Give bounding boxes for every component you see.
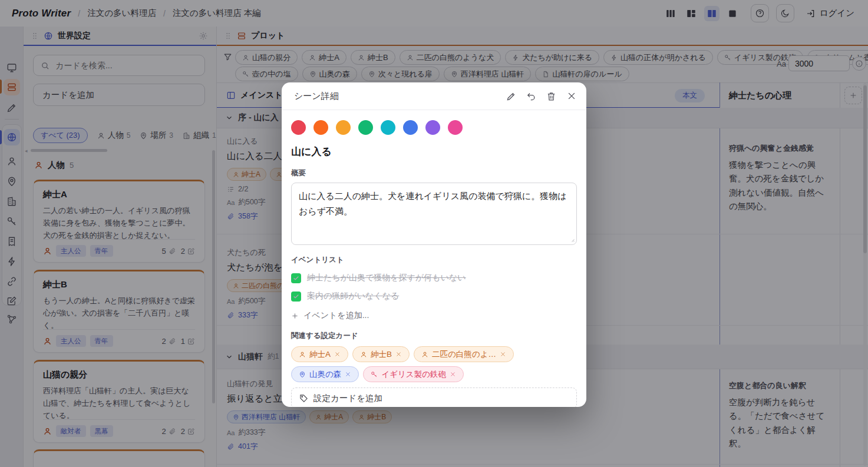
- color-swatch-green[interactable]: [358, 120, 373, 135]
- person-icon: [299, 351, 306, 358]
- remove-chip-icon[interactable]: [500, 351, 506, 357]
- color-swatch-teal[interactable]: [381, 120, 395, 135]
- color-swatch-amber[interactable]: [336, 120, 351, 135]
- related-chip-dogs[interactable]: 二匹の白熊のよ…: [414, 346, 514, 362]
- related-chip-gentleman-b[interactable]: 紳士B: [352, 346, 410, 362]
- modal-actions: [506, 91, 577, 101]
- remove-chip-icon[interactable]: [395, 351, 402, 357]
- resize-grip-icon[interactable]: [568, 236, 575, 243]
- color-swatch-orange[interactable]: [313, 120, 328, 135]
- events-label: イベントリスト: [291, 255, 577, 265]
- person-icon: [360, 351, 367, 358]
- add-event-button[interactable]: イベントを追加...: [291, 310, 577, 321]
- modal-header: シーン詳細: [282, 82, 586, 110]
- key-icon: [371, 371, 378, 378]
- edit-pencil-icon[interactable]: [506, 91, 516, 101]
- modal-body: 山に入る 概要 山に入る二人の紳士。犬を連れイギリス風の装備で狩猟に。獲物はおら…: [282, 110, 586, 407]
- summary-field-wrap: 山に入る二人の紳士。犬を連れイギリス風の装備で狩猟に。獲物はおらず不満。: [291, 183, 577, 245]
- person-icon: [421, 351, 428, 358]
- checked-checkbox[interactable]: [291, 292, 301, 302]
- checked-checkbox[interactable]: [291, 273, 301, 283]
- check-icon: [293, 275, 299, 281]
- modal-title: シーン詳細: [294, 91, 339, 102]
- plus-icon: [291, 312, 299, 320]
- event-item[interactable]: 案内の猟師がいなくなる: [291, 291, 577, 302]
- check-icon: [293, 293, 299, 300]
- remove-chip-icon[interactable]: [450, 371, 456, 377]
- scene-detail-modal: シーン詳細 山に入る 概要 山に入る二人の紳士。犬を連: [282, 82, 586, 407]
- related-card-chips: 紳士A 紳士B 二匹の白熊のよ… 山奥の森 イギリス製の鉄砲: [291, 346, 577, 382]
- related-chip-forest[interactable]: 山奥の森: [291, 366, 359, 382]
- remove-chip-icon[interactable]: [334, 351, 341, 357]
- color-swatch-pink[interactable]: [448, 120, 463, 135]
- close-icon[interactable]: [566, 91, 577, 101]
- tag-icon: [299, 394, 308, 403]
- summary-textarea[interactable]: 山に入る二人の紳士。犬を連れイギリス風の装備で狩猟に。獲物はおらず不満。: [291, 183, 577, 245]
- pin-icon: [299, 371, 306, 378]
- color-swatch-red[interactable]: [291, 120, 306, 135]
- scene-color-picker: [291, 120, 577, 135]
- summary-label: 概要: [291, 168, 577, 178]
- related-cards-label: 関連する設定カード: [291, 331, 577, 341]
- trash-icon[interactable]: [546, 91, 556, 101]
- remove-chip-icon[interactable]: [345, 371, 351, 377]
- app-window: Proto Writer / 注文の多い料理店 / 注文の多い料理店 本編 ログ…: [0, 0, 868, 467]
- related-chip-gentleman-a[interactable]: 紳士A: [291, 346, 348, 362]
- scene-title: 山に入る: [291, 145, 577, 158]
- color-swatch-blue[interactable]: [403, 120, 418, 135]
- related-chip-gun[interactable]: イギリス製の鉄砲: [363, 366, 464, 382]
- event-item[interactable]: 紳士たちが山奥で獲物を探すが何もいない: [291, 273, 577, 283]
- color-swatch-purple[interactable]: [425, 120, 440, 135]
- add-setting-card-button[interactable]: 設定カードを追加: [291, 387, 577, 407]
- undo-icon[interactable]: [526, 91, 536, 101]
